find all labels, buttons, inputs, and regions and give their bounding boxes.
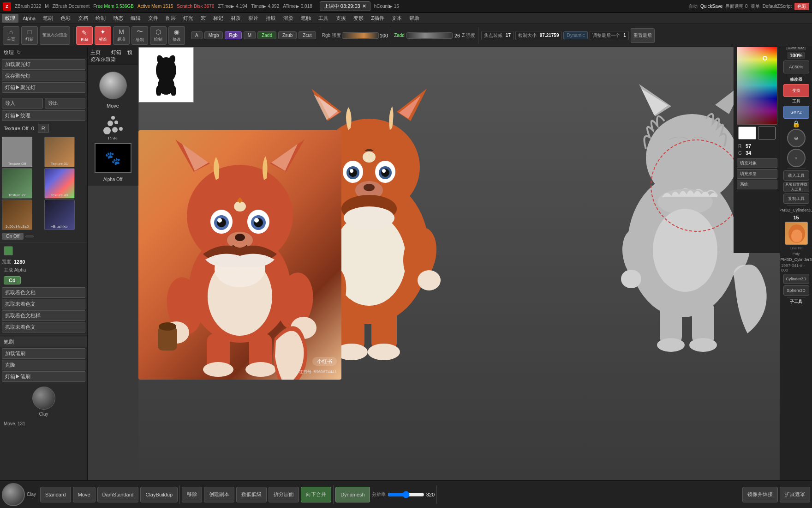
menu-item-渲染[interactable]: 渲染 (280, 14, 297, 23)
clone-brush-btn[interactable]: 克隆 (2, 360, 85, 370)
black-swatch[interactable] (758, 127, 776, 139)
menu-item-文本[interactable]: 文本 (388, 14, 405, 23)
menu-item-图层[interactable]: 图层 (162, 14, 179, 23)
cylinder-btn[interactable]: Cylinder3D (783, 274, 809, 284)
menu-item-色彩[interactable]: 色彩 (57, 14, 74, 23)
menu-纹理[interactable]: 纹理 (2, 14, 18, 23)
move-btn[interactable]: Move (73, 487, 96, 502)
grab-color-btn3[interactable]: 抓取着色文档样 (2, 310, 85, 321)
menu-item-变形[interactable]: 变形 (350, 14, 367, 23)
tool-thumbnail[interactable] (785, 222, 808, 245)
menu-item-编辑[interactable]: 编辑 (127, 14, 144, 23)
light-to-texture-btn[interactable]: 灯箱▶聚光灯 (2, 82, 85, 93)
menu-label[interactable]: 菜单 (751, 3, 760, 10)
rgb-strength-slider[interactable] (342, 32, 379, 39)
a-btn[interactable]: A (191, 31, 203, 39)
paint-btn[interactable]: M 标准 (113, 26, 130, 45)
size-group[interactable]: 检制大小 97.21759 (515, 31, 562, 40)
transform-btn[interactable]: 变换 (783, 84, 809, 97)
standard-btn[interactable]: Standard (40, 487, 71, 502)
zadd-btn[interactable]: Zadd (257, 31, 276, 39)
tab-lightbox[interactable]: □ 灯箱 (21, 26, 38, 45)
grab-color-btn1[interactable]: 抓取着色文档 (2, 287, 85, 298)
fill-layer-btn[interactable]: 填充涂层 (737, 169, 777, 179)
import-btn[interactable]: 导入 (2, 98, 43, 109)
m-btn[interactable]: M (244, 31, 256, 39)
lightbox-brush-btn[interactable]: 灯箱▶笔刷 (2, 371, 85, 382)
adjust-group[interactable]: 调整最后一个 1 (590, 31, 628, 40)
menu-item-笔刷[interactable]: 笔刷 (40, 14, 56, 23)
save-light-btn[interactable]: 保存聚光灯 (2, 71, 85, 81)
grab-color-btn2[interactable]: 抓取未着色文 (2, 299, 85, 309)
split-layers-btn[interactable]: 拆分层面 (269, 487, 299, 502)
menu-item-帮助[interactable]: 帮助 (406, 14, 423, 23)
menu-item-宏[interactable]: 宏 (197, 14, 209, 23)
mrgb-btn[interactable]: Mrgb (204, 31, 223, 39)
circle-btn2[interactable]: ○ (787, 149, 806, 167)
circle-btn1[interactable]: ⊕ (787, 129, 806, 147)
create-copy-btn[interactable]: 创建副本 (204, 487, 234, 502)
reset-last-btn[interactable]: 重置最后 (631, 28, 655, 43)
expand-mask-btn[interactable]: 扩展遮罩 (780, 487, 810, 502)
zcut-btn[interactable]: Zcut (299, 31, 316, 39)
zsub-btn[interactable]: Zsub (278, 31, 297, 39)
ac50-btn[interactable]: AC50% (783, 60, 809, 73)
load-brush-btn[interactable]: 加载笔刷 (2, 348, 85, 359)
alpha-preview[interactable]: 🐾 (95, 143, 131, 173)
z-strength-slider[interactable] (406, 32, 453, 39)
focal-group[interactable]: 焦点装减 17 (481, 31, 513, 40)
clay-buildup-btn[interactable]: ClayBuildup (140, 487, 178, 502)
menu-item-文件[interactable]: 文件 (145, 14, 161, 23)
system-btn[interactable]: 系统 (737, 180, 777, 189)
menu-item-绘制[interactable]: 绘制 (92, 14, 109, 23)
load-light-btn[interactable]: 加载聚光灯 (2, 59, 85, 70)
menu-item-笔触[interactable]: 笔触 (298, 14, 314, 23)
texture-27-cell[interactable]: Texture 27 (2, 168, 32, 199)
resolution-slider[interactable] (388, 490, 424, 499)
main-viewport[interactable]: 小红书 小红书号: 5960674441 100% (138, 47, 780, 480)
menu-item-文档[interactable]: 文档 (75, 14, 91, 23)
menu-item-拾取[interactable]: 拾取 (263, 14, 279, 23)
texture-40-cell[interactable]: Texture 40 (44, 168, 75, 199)
dynamesh-btn[interactable]: Dynamesh (335, 487, 370, 502)
copy-tool-btn[interactable]: 复制工具 (783, 194, 809, 204)
dynamic-btn[interactable]: Dynamic (563, 31, 588, 39)
menu-item-Z插件[interactable]: Z插件 (368, 14, 388, 23)
lower-division-btn[interactable]: 数低低级 (236, 487, 267, 502)
smooth-btn[interactable]: 〜 绘制 (131, 26, 148, 45)
refresh-icon[interactable]: ↻ (17, 49, 21, 55)
texture-brush-cell[interactable]: ~BrushIxtr (44, 200, 75, 230)
color-spectrum[interactable] (737, 46, 777, 125)
fill-target-btn[interactable]: 填充对象 (737, 158, 777, 168)
white-swatch[interactable] (738, 127, 756, 139)
menu-item-动态[interactable]: 动态 (110, 14, 126, 23)
menu-item-标记[interactable]: 标记 (210, 14, 227, 23)
tab-preview[interactable]: 预览布尔渲染 (40, 26, 70, 45)
export-btn[interactable]: 导出 (45, 98, 86, 109)
close-icon[interactable]: ✕ (362, 3, 366, 9)
load-tool-btn[interactable]: 载入工具 (783, 170, 809, 181)
texture-01-cell[interactable]: Texture 01 (44, 137, 75, 167)
from-project-btn[interactable]: 从项目文件载入工具 (783, 182, 809, 192)
menu-item-支援[interactable]: 支援 (333, 14, 349, 23)
texture-off-cell[interactable]: Texture Off (2, 137, 32, 167)
quick-save[interactable]: QuickSave (700, 4, 722, 9)
mirror-weld-btn[interactable]: 镜像并焊接 (742, 487, 778, 502)
remove-btn[interactable]: 移除 (182, 487, 202, 502)
menu-item-影片[interactable]: 影片 (245, 14, 262, 23)
material-btn[interactable]: ◉ 修改 (168, 26, 185, 45)
edit-btn[interactable]: ✎ Edit (76, 26, 93, 45)
menu-item-工具[interactable]: 工具 (315, 14, 332, 23)
on-btn[interactable]: On Off (2, 233, 24, 240)
select-btn[interactable]: ⬡ 绘制 (150, 26, 167, 45)
gxyz-btn[interactable]: GXYZ (783, 106, 809, 119)
texture-1c56-cell[interactable]: 1c56c34rc3a6 (2, 200, 32, 230)
tab-main[interactable]: ⌂ 主页 (3, 26, 19, 45)
sphere-btn[interactable]: Sphere3D (783, 285, 809, 296)
layout-label[interactable]: 色彩 (794, 3, 809, 10)
draw-btn[interactable]: ✦ 标准 (95, 26, 111, 45)
menu-item-Alpha[interactable]: Alpha (19, 15, 39, 22)
cd-btn[interactable]: Cd (4, 276, 21, 284)
r-btn[interactable]: R (38, 124, 49, 133)
merge-down-btn[interactable]: 向下合并 (301, 487, 331, 502)
